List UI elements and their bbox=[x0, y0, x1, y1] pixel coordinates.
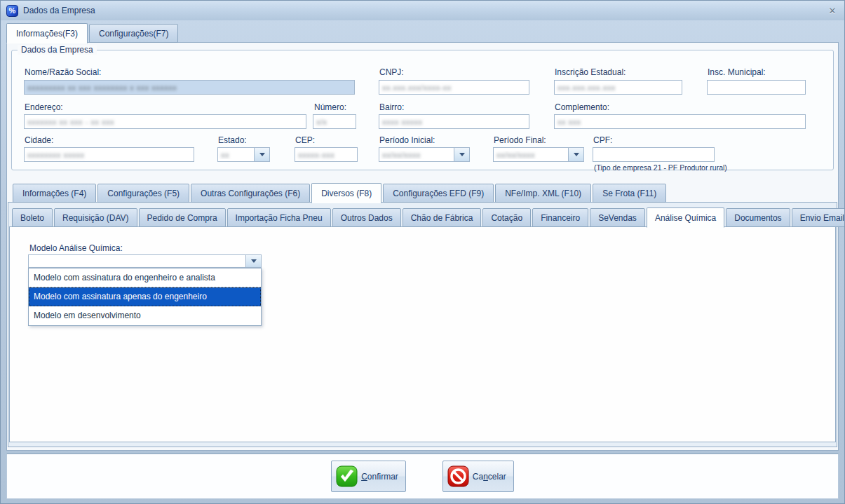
chevron-down-icon bbox=[251, 259, 257, 263]
inscricao-estadual-input[interactable]: xxx.xxx.xxx.xxx bbox=[554, 80, 682, 95]
cidade-redacted-value: xxxxxxxx xxxxx bbox=[27, 151, 85, 159]
estado-dropdown-button[interactable] bbox=[254, 148, 269, 161]
bairro-input[interactable]: xxxx xxxxx bbox=[379, 114, 529, 129]
periodo-final-dropdown-button[interactable] bbox=[568, 148, 583, 161]
complemento-input[interactable]: xx xxx bbox=[554, 114, 806, 129]
bairro-label: Bairro: bbox=[379, 102, 404, 112]
cpf-input[interactable] bbox=[593, 147, 715, 162]
cep-redacted-value: xxxxx-xxx bbox=[298, 151, 334, 159]
insc-municipal-label: Insc. Municipal: bbox=[708, 67, 766, 77]
cep-input[interactable]: xxxxx-xxx bbox=[295, 147, 358, 162]
nome-label: Nome/Razão Social: bbox=[25, 67, 101, 77]
inscricao-estadual-label: Inscrição Estadual: bbox=[555, 67, 626, 77]
chevron-down-icon bbox=[459, 153, 465, 156]
modelo-analise-quimica-combobox[interactable] bbox=[28, 254, 262, 268]
close-icon[interactable]: ✕ bbox=[826, 5, 839, 16]
subtab-boleto[interactable]: Boleto bbox=[12, 208, 53, 227]
no-entry-icon bbox=[447, 465, 469, 487]
tab-informacoes-f3[interactable]: Informações(F3) bbox=[6, 23, 88, 43]
subtab-outros-dados[interactable]: Outros Dados bbox=[332, 208, 401, 227]
window-title: Dados da Empresa bbox=[23, 6, 95, 15]
insc-municipal-input[interactable] bbox=[707, 80, 806, 95]
complemento-label: Complemento: bbox=[555, 102, 609, 112]
cidade-label: Cidade: bbox=[25, 135, 53, 145]
subtab-requisicao-dav[interactable]: Requisição (DAV) bbox=[54, 208, 137, 227]
complemento-redacted-value: xx xxx bbox=[557, 118, 581, 126]
page-analise-quimica: Modelo Análise Química: Modelo com assin… bbox=[9, 226, 836, 442]
cancel-button[interactable]: Cancelar bbox=[442, 461, 514, 492]
estado-label: Estado: bbox=[218, 135, 247, 145]
cnpj-label: CNPJ: bbox=[379, 67, 404, 77]
confirm-button-label: Confirmar bbox=[361, 472, 398, 482]
periodo-inicial-combobox[interactable]: xx/xx/xxxx bbox=[379, 147, 470, 162]
cancel-button-label: Cancelar bbox=[473, 472, 506, 482]
numero-redacted-value: x/x bbox=[316, 118, 327, 126]
subtab-sevendas[interactable]: SeVendas bbox=[590, 208, 645, 227]
periodo-inicial-label: Período Inicial: bbox=[379, 135, 435, 145]
periodo-inicial-redacted-value: xx/xx/xxxx bbox=[382, 151, 421, 159]
numero-input[interactable]: x/x bbox=[313, 114, 356, 129]
modelo-dropdown-list: Modelo com assinatura do engenheiro e an… bbox=[28, 268, 262, 326]
dropdown-option-apenas-engenheiro[interactable]: Modelo com assinatura apenas do engenhei… bbox=[29, 287, 261, 306]
modelo-dropdown-button[interactable] bbox=[245, 255, 261, 267]
inscricao-estadual-redacted-value: xxx.xxx.xxx.xxx bbox=[557, 83, 616, 92]
dropdown-option-engenheiro-analista[interactable]: Modelo com assinatura do engenheiro e an… bbox=[29, 268, 261, 287]
cpf-note: (Tipo de empresa 21 - PF Produtor rural) bbox=[594, 163, 727, 172]
app-icon: % bbox=[6, 5, 18, 17]
modelo-analise-quimica-label: Modelo Análise Química: bbox=[29, 243, 123, 253]
bairro-redacted-value: xxxx xxxxx bbox=[382, 118, 423, 126]
periodo-final-combobox[interactable]: xx/xx/xxxx bbox=[493, 147, 584, 162]
endereco-label: Endereço: bbox=[25, 102, 63, 112]
tab-nfe-imp-xml-f10[interactable]: NFe/Imp. XML (F10) bbox=[495, 184, 591, 203]
chevron-down-icon bbox=[259, 153, 265, 156]
subtab-chao-de-fabrica[interactable]: Chão de Fábrica bbox=[403, 208, 482, 227]
periodo-final-label: Período Final: bbox=[494, 135, 546, 145]
main-tab-strip: Informações(F3) Configurações(F7) bbox=[6, 22, 839, 43]
endereco-input[interactable]: xxxxxxx xx xxx - xx xxx bbox=[24, 114, 306, 129]
nome-input[interactable]: xxxxxxxxx xx xxx xxxxxxxx x xxx xxxxxx bbox=[24, 80, 355, 95]
groupbox-dados-da-empresa: Dados da Empresa Nome/Razão Social: xxxx… bbox=[11, 50, 834, 170]
periodo-final-redacted-value: xx/xx/xxxx bbox=[496, 151, 535, 159]
cnpj-redacted-value: xx.xxx.xxx/xxxx-xx bbox=[382, 83, 452, 92]
tab-diversos-f8[interactable]: Diversos (F8) bbox=[311, 183, 381, 203]
subtab-envio-email[interactable]: Envio Email bbox=[792, 208, 845, 227]
subtab-financeiro[interactable]: Financeiro bbox=[532, 208, 588, 227]
dropdown-option-em-desenvolvimento[interactable]: Modelo em desenvolvimento bbox=[29, 306, 261, 325]
tab-outras-configuracoes-f6[interactable]: Outras Configurações (F6) bbox=[191, 184, 310, 203]
chevron-down-icon bbox=[574, 153, 579, 156]
confirm-button[interactable]: Confirmar bbox=[331, 461, 406, 492]
tab-informacoes-f4[interactable]: Informações (F4) bbox=[13, 184, 96, 203]
subtab-importacao-ficha-pneu[interactable]: Importação Ficha Pneu bbox=[227, 208, 331, 227]
cidade-input[interactable]: xxxxxxxx xxxxx bbox=[24, 147, 194, 162]
sub-tab-strip: Boleto Requisição (DAV) Pedido de Compra… bbox=[12, 206, 834, 227]
tab-configuracoes-f5[interactable]: Configurações (F5) bbox=[97, 184, 189, 203]
cnpj-input[interactable]: xx.xxx.xxx/xxxx-xx bbox=[379, 80, 529, 95]
tab-se-frota-f11[interactable]: Se Frota (F11) bbox=[593, 184, 666, 203]
tab-configuracoes-efd-f9[interactable]: Configurações EFD (F9) bbox=[383, 184, 494, 203]
footer-button-bar: Confirmar Cancelar bbox=[6, 453, 839, 499]
subtab-analise-quimica[interactable]: Análise Química bbox=[647, 207, 724, 228]
middle-tab-strip: Informações (F4) Configurações (F5) Outr… bbox=[13, 182, 836, 203]
cep-label: CEP: bbox=[295, 135, 315, 145]
subtab-documentos[interactable]: Documentos bbox=[726, 208, 790, 227]
periodo-inicial-dropdown-button[interactable] bbox=[454, 148, 469, 161]
subtab-cotacao[interactable]: Cotação bbox=[482, 208, 531, 227]
numero-label: Número: bbox=[314, 102, 346, 112]
estado-combobox[interactable]: xx bbox=[217, 147, 270, 162]
groupbox-title: Dados da Empresa bbox=[18, 45, 97, 55]
dialog-dados-da-empresa: % Dados da Empresa ✕ Informações(F3) Con… bbox=[0, 0, 845, 504]
estado-redacted-value: xx bbox=[221, 151, 229, 159]
endereco-redacted-value: xxxxxxx xx xxx - xx xxx bbox=[27, 118, 114, 126]
title-bar: % Dados da Empresa ✕ bbox=[1, 1, 844, 20]
check-icon bbox=[336, 465, 358, 487]
subtab-pedido-de-compra[interactable]: Pedido de Compra bbox=[139, 208, 226, 227]
nome-redacted-value: xxxxxxxxx xx xxx xxxxxxxx x xxx xxxxxx bbox=[27, 83, 177, 92]
cpf-label: CPF: bbox=[593, 135, 612, 145]
tab-configuracoes-f7[interactable]: Configurações(F7) bbox=[89, 24, 178, 43]
